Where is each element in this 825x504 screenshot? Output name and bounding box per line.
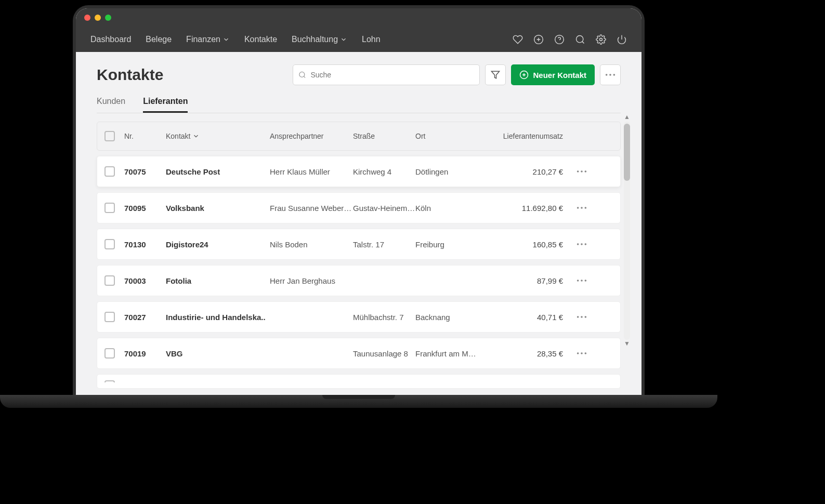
row-menu-button[interactable]	[571, 206, 592, 209]
row-checkbox[interactable]	[104, 239, 115, 249]
tab-kunden[interactable]: Kunden	[97, 97, 125, 113]
plus-circle-icon[interactable]	[533, 34, 544, 45]
select-all-checkbox[interactable]	[104, 131, 115, 141]
row-nr: 70019	[124, 349, 166, 358]
svg-point-17	[613, 74, 616, 76]
nav-belege[interactable]: Belege	[146, 35, 172, 44]
table-row[interactable]: 70075 Deutsche Post Herr Klaus Müller Ki…	[97, 156, 621, 187]
ellipsis-icon	[576, 243, 587, 246]
row-amount: 160,85 €	[499, 240, 571, 249]
scroll-down-arrow[interactable]: ▼	[624, 340, 630, 395]
table-row[interactable]: 70003 Fotolia Herr Jan Berghaus 87,99 €	[97, 265, 621, 296]
row-menu-button[interactable]	[571, 279, 592, 282]
row-amount: 11.692,80 €	[499, 204, 571, 213]
more-options-button[interactable]	[600, 64, 621, 85]
search-icon[interactable]	[575, 34, 585, 45]
row-menu-button[interactable]	[571, 352, 592, 355]
power-icon[interactable]	[617, 34, 627, 45]
column-umsatz[interactable]: Lieferantenumsatz	[499, 132, 571, 140]
nav-left: Dashboard Belege Finanzen Kontakte Buchh…	[90, 35, 381, 44]
row-name: Deutsche Post	[166, 167, 270, 176]
nav-buchhaltung[interactable]: Buchhaltung	[292, 35, 347, 44]
table-row[interactable]: 70027 Industirie- und Handelska.. Mühlba…	[97, 301, 621, 333]
svg-point-32	[585, 316, 587, 318]
search-input[interactable]	[310, 71, 474, 79]
table-row[interactable]: 70019 VBG Taunusanlage 8 Frankfurt am M……	[97, 338, 621, 369]
svg-point-9	[299, 72, 305, 77]
content-area: Kontakte Neuer Kontakt Kunden Li	[76, 52, 641, 395]
nav-dashboard[interactable]: Dashboard	[90, 35, 131, 44]
ellipsis-icon	[576, 206, 587, 209]
row-menu-button[interactable]	[571, 170, 592, 173]
column-nr[interactable]: Nr.	[124, 132, 166, 140]
search-box[interactable]	[293, 64, 480, 85]
row-city: Köln	[415, 204, 499, 213]
svg-point-16	[609, 74, 611, 76]
row-nr: 70075	[124, 167, 166, 176]
gear-icon[interactable]	[596, 34, 606, 45]
svg-point-5	[577, 36, 583, 43]
svg-point-19	[581, 170, 583, 173]
column-ort[interactable]: Ort	[415, 132, 499, 140]
nav-kontakte[interactable]: Kontakte	[244, 35, 277, 44]
row-amount: 210,27 €	[499, 167, 571, 176]
row-name: Digistore24	[166, 240, 270, 249]
column-kontakt[interactable]: Kontakt	[166, 132, 270, 140]
row-checkbox[interactable]	[104, 312, 115, 322]
row-partner: Herr Jan Berghaus	[270, 276, 353, 285]
tabs: Kunden Lieferanten	[97, 97, 621, 113]
row-checkbox[interactable]	[104, 348, 115, 359]
row-name: Fotolia	[166, 276, 270, 285]
ellipsis-icon	[576, 279, 587, 282]
column-kontakt-label: Kontakt	[166, 132, 190, 140]
svg-point-18	[577, 170, 579, 173]
column-ansprechpartner[interactable]: Ansprechpartner	[270, 132, 353, 140]
ellipsis-icon	[576, 315, 587, 319]
nav-finanzen-label: Finanzen	[186, 35, 220, 44]
row-checkbox[interactable]	[104, 380, 115, 382]
row-checkbox[interactable]	[104, 203, 115, 213]
window-minimize-button[interactable]	[95, 15, 101, 21]
column-strasse[interactable]: Straße	[353, 132, 415, 140]
table-row[interactable]: 70095 Volksbank Frau Susanne Weber… Gust…	[97, 192, 621, 223]
nav-lohn[interactable]: Lohn	[362, 35, 381, 44]
row-street: Mühlbachstr. 7	[353, 313, 415, 322]
svg-line-6	[582, 42, 584, 44]
svg-point-35	[585, 352, 587, 354]
tab-lieferanten[interactable]: Lieferanten	[143, 97, 188, 113]
scrollbar-track[interactable]	[624, 122, 630, 340]
row-city: Freiburg	[415, 240, 499, 249]
search-icon	[298, 71, 306, 79]
row-partner: Nils Boden	[270, 240, 353, 249]
table-row[interactable]: 70130 Digistore24 Nils Boden Talstr. 17 …	[97, 229, 621, 260]
row-amount: 28,35 €	[499, 349, 571, 358]
row-menu-button[interactable]	[571, 243, 592, 246]
help-icon[interactable]	[554, 34, 565, 45]
row-menu-button[interactable]	[571, 315, 592, 319]
laptop-notch	[322, 395, 395, 399]
scroll-up-arrow[interactable]: ▲	[624, 113, 630, 121]
svg-line-10	[304, 76, 306, 78]
row-city: Frankfurt am M…	[415, 349, 499, 358]
nav-dashboard-label: Dashboard	[90, 35, 131, 44]
svg-point-7	[600, 38, 603, 41]
filter-button[interactable]	[485, 64, 506, 85]
nav-belege-label: Belege	[146, 35, 172, 44]
ellipsis-icon	[576, 352, 587, 355]
row-checkbox[interactable]	[104, 275, 115, 286]
window-close-button[interactable]	[84, 15, 90, 21]
window-maximize-button[interactable]	[105, 15, 111, 21]
svg-point-3	[555, 35, 564, 44]
heart-icon[interactable]	[513, 34, 523, 45]
nav-finanzen[interactable]: Finanzen	[186, 35, 230, 44]
laptop-screen: Dashboard Belege Finanzen Kontakte Buchh…	[76, 8, 641, 395]
new-contact-button[interactable]: Neuer Kontakt	[511, 64, 595, 85]
scrollbar-thumb[interactable]	[624, 124, 630, 181]
plus-circle-icon	[519, 70, 529, 79]
row-partner: Frau Susanne Weber…	[270, 204, 353, 213]
row-checkbox[interactable]	[104, 166, 115, 177]
row-nr: 70095	[124, 204, 166, 213]
row-city: Backnang	[415, 313, 499, 322]
laptop-frame: Dashboard Belege Finanzen Kontakte Buchh…	[73, 5, 645, 395]
row-nr: 70003	[124, 276, 166, 285]
